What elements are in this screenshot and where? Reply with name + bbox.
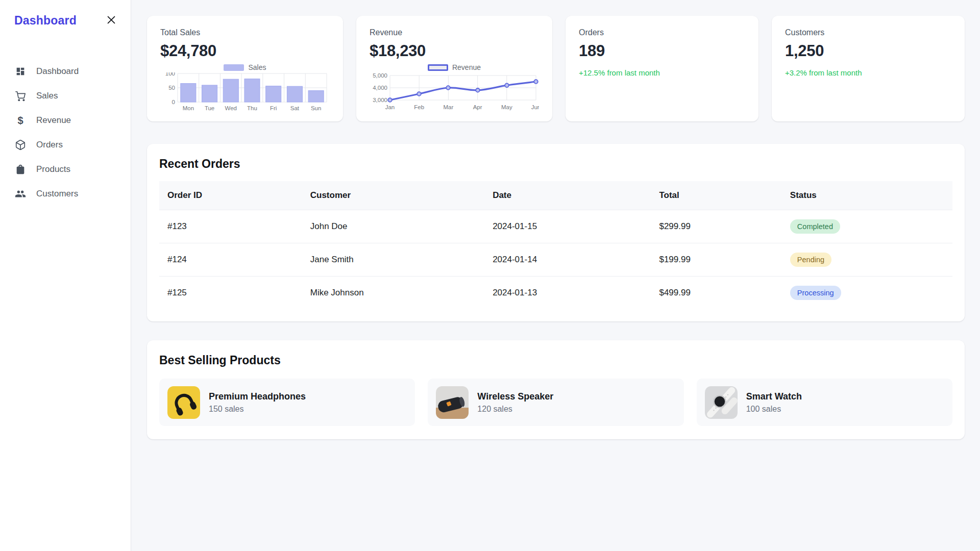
cell-total: $499.99 <box>651 277 781 310</box>
product-sales: 100 sales <box>746 405 802 414</box>
total-sales-bar-chart[interactable]: 050100MonTueWedThuFriSatSun <box>160 72 330 113</box>
stat-label: Customers <box>785 28 951 37</box>
product-sales: 120 sales <box>477 405 553 414</box>
sidebar-item-products[interactable]: Products <box>14 157 118 182</box>
svg-text:Wed: Wed <box>225 105 237 111</box>
sidebar-item-label: Customers <box>36 189 78 199</box>
revenue-chart-legend: Revenue <box>370 63 539 71</box>
list-item-premium-headphones: Premium Headphones 150 sales <box>159 379 415 426</box>
column-header-total: Total <box>651 181 781 210</box>
svg-text:50: 50 <box>168 85 175 91</box>
dashboard-grid-icon <box>14 65 27 78</box>
customers-card: Customers 1,250 +3.2% from last month <box>772 16 965 121</box>
customers-change-text: +3.2% from last month <box>785 68 951 77</box>
svg-text:Jun: Jun <box>531 104 539 110</box>
svg-text:May: May <box>501 104 512 110</box>
svg-text:Fri: Fri <box>270 105 277 111</box>
cell-date: 2024-01-13 <box>484 277 651 310</box>
svg-text:100: 100 <box>165 72 175 77</box>
dollar-icon: $ <box>14 114 27 127</box>
products-grid: Premium Headphones 150 sales Wireless Sp… <box>159 379 952 426</box>
sidebar-item-label: Products <box>36 164 70 174</box>
stat-value: 1,250 <box>785 42 951 60</box>
product-name: Smart Watch <box>746 391 802 402</box>
sidebar-item-sales[interactable]: Sales <box>14 84 118 108</box>
status-badge: Pending <box>790 253 831 267</box>
product-info: Wireless Speaker 120 sales <box>477 391 553 414</box>
sidebar-item-revenue[interactable]: $ Revenue <box>14 108 118 133</box>
sales-chart-legend: Sales <box>160 63 330 71</box>
cell-total: $199.99 <box>651 243 781 277</box>
table-header-row: Order ID Customer Date Total Status <box>159 181 952 210</box>
close-sidebar-button[interactable] <box>104 13 118 28</box>
svg-text:Mar: Mar <box>443 104 453 110</box>
recent-orders-title: Recent Orders <box>159 157 952 171</box>
product-name: Wireless Speaker <box>477 391 553 402</box>
sidebar-item-orders[interactable]: Orders <box>14 133 118 157</box>
column-header-order-id: Order ID <box>159 181 302 210</box>
svg-text:Sat: Sat <box>290 105 300 111</box>
people-icon <box>14 188 27 200</box>
best-selling-title: Best Selling Products <box>159 354 952 367</box>
table-row: #123 John Doe 2024-01-15 $299.99 Complet… <box>159 210 952 243</box>
sidebar-item-dashboard[interactable]: Dashboard <box>14 59 118 84</box>
column-header-status: Status <box>782 181 952 210</box>
cell-date: 2024-01-14 <box>484 243 651 277</box>
orders-card: Orders 189 +12.5% from last month <box>566 16 758 121</box>
svg-text:0: 0 <box>172 99 175 105</box>
product-info: Smart Watch 100 sales <box>746 391 802 414</box>
cell-customer: Mike Johnson <box>302 277 484 310</box>
column-header-date: Date <box>484 181 651 210</box>
column-header-customer: Customer <box>302 181 484 210</box>
shopping-cart-icon <box>14 90 27 102</box>
revenue-line-chart[interactable]: 3,0004,0005,000JanFebMarAprMayJun <box>370 72 539 113</box>
cell-date: 2024-01-15 <box>484 210 651 243</box>
package-icon <box>14 139 27 151</box>
list-item-smart-watch: Smart Watch 100 sales <box>697 379 952 426</box>
headphones-product-image <box>167 386 200 419</box>
sales-legend-label: Sales <box>248 63 266 71</box>
sidebar-header: Dashboard <box>14 13 118 28</box>
recent-orders-table: Order ID Customer Date Total Status #123… <box>159 181 952 309</box>
svg-text:Thu: Thu <box>247 105 257 111</box>
svg-text:Tue: Tue <box>205 105 214 111</box>
sidebar-item-label: Dashboard <box>36 66 79 77</box>
stat-label: Total Sales <box>160 28 330 37</box>
svg-text:Mon: Mon <box>183 105 194 111</box>
status-badge: Processing <box>790 286 841 300</box>
svg-text:Apr: Apr <box>473 104 482 110</box>
orders-change-text: +12.5% from last month <box>579 68 745 77</box>
total-sales-card: Total Sales $24,780 Sales 050100MonTueWe… <box>147 16 343 121</box>
product-name: Premium Headphones <box>209 391 306 402</box>
sidebar-nav: Dashboard Sales $ Revenue Orders Product… <box>14 59 118 206</box>
sidebar-item-label: Sales <box>36 91 58 101</box>
svg-text:Sun: Sun <box>311 105 321 111</box>
sidebar: Dashboard Dashboard Sales $ Revenue <box>0 0 131 551</box>
recent-orders-section: Recent Orders Order ID Customer Date Tot… <box>147 144 965 321</box>
app-title: Dashboard <box>14 14 77 28</box>
best-selling-section: Best Selling Products Premium Headphones… <box>147 340 965 439</box>
status-badge: Completed <box>790 219 840 234</box>
revenue-card: Revenue $18,230 Revenue 3,0004,0005,000J… <box>356 16 552 121</box>
svg-text:3,000: 3,000 <box>373 97 387 103</box>
stat-label: Orders <box>579 28 745 37</box>
stat-value: $18,230 <box>370 42 539 60</box>
product-sales: 150 sales <box>209 405 306 414</box>
watch-product-image <box>705 386 738 419</box>
table-row: #124 Jane Smith 2024-01-14 $199.99 Pendi… <box>159 243 952 277</box>
list-item-wireless-speaker: Wireless Speaker 120 sales <box>428 379 683 426</box>
revenue-legend-label: Revenue <box>452 63 481 71</box>
svg-text:Jan: Jan <box>385 104 395 110</box>
cell-total: $299.99 <box>651 210 781 243</box>
cell-order-id: #125 <box>159 277 302 310</box>
sidebar-item-customers[interactable]: Customers <box>14 182 118 206</box>
svg-text:Feb: Feb <box>414 104 424 110</box>
svg-text:4,000: 4,000 <box>373 85 387 91</box>
speaker-product-image <box>436 386 469 419</box>
sidebar-item-label: Orders <box>36 140 63 150</box>
cell-customer: Jane Smith <box>302 243 484 277</box>
sales-chart-block: Sales 050100MonTueWedThuFriSatSun <box>160 63 330 113</box>
shopping-bag-icon <box>14 163 27 176</box>
stats-row: Total Sales $24,780 Sales 050100MonTueWe… <box>147 16 965 121</box>
close-icon <box>106 14 117 27</box>
